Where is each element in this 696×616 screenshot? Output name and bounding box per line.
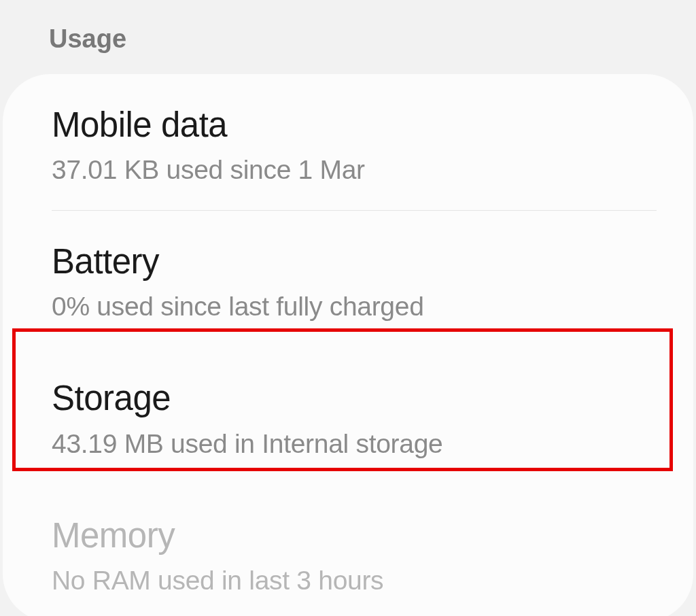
usage-card: Mobile data 37.01 KB used since 1 Mar Ba…	[3, 74, 693, 616]
section-header-usage: Usage	[0, 0, 696, 74]
item-subtitle: 0% used since last fully charged	[52, 292, 644, 322]
list-item-memory: Memory No RAM used in last 3 hours	[3, 485, 693, 616]
list-item-battery[interactable]: Battery 0% used since last fully charged	[3, 211, 693, 347]
item-title: Battery	[52, 241, 644, 282]
list-item-storage[interactable]: Storage 43.19 MB used in Internal storag…	[3, 347, 693, 484]
list-item-mobile-data[interactable]: Mobile data 37.01 KB used since 1 Mar	[3, 74, 693, 211]
item-title: Memory	[52, 515, 644, 556]
item-subtitle: 43.19 MB used in Internal storage	[52, 429, 644, 459]
item-subtitle: 37.01 KB used since 1 Mar	[52, 155, 644, 185]
item-title: Storage	[52, 377, 644, 419]
item-subtitle: No RAM used in last 3 hours	[52, 566, 644, 596]
item-title: Mobile data	[52, 104, 644, 146]
